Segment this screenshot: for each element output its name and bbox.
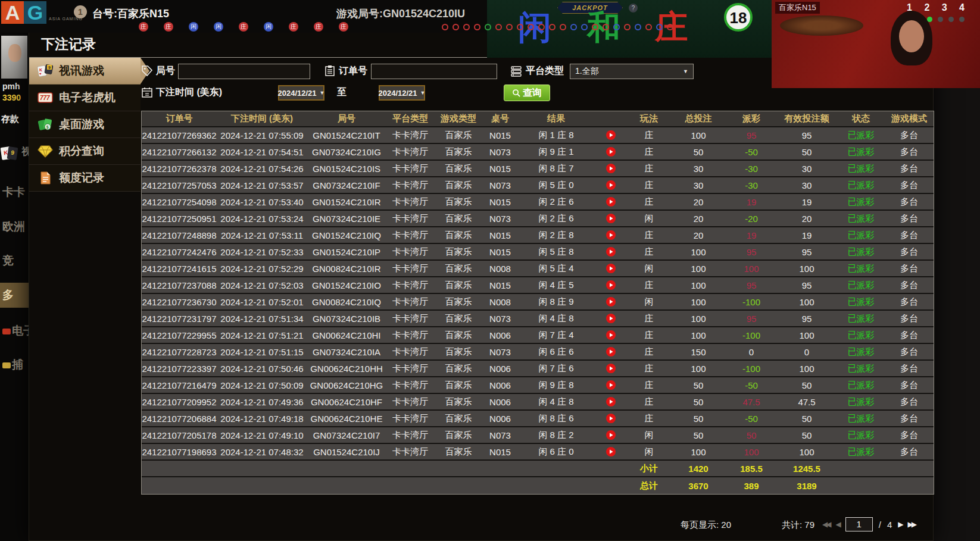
replay-play-icon[interactable]: [594, 247, 628, 257]
replay-play-icon[interactable]: [594, 447, 628, 456]
site-nav-item[interactable]: 卡卡: [2, 184, 25, 200]
road-ring: [538, 24, 545, 30]
valid-bet-cell: 50: [776, 430, 837, 440]
table-no-cell: N008: [482, 297, 518, 307]
replay-play-icon[interactable]: [594, 430, 628, 440]
card-9-icon: 9: [7, 146, 18, 160]
time-cell: 2024-12-21 07:55:09: [217, 130, 307, 140]
prev-page-icon[interactable]: ◀: [835, 520, 839, 529]
column-header: 局号: [307, 113, 386, 124]
sidebar-item-label: 电子老虎机: [59, 90, 116, 105]
payout-cell: -100: [726, 364, 776, 374]
site-nav-item[interactable]: 电子: [2, 323, 29, 339]
round-input[interactable]: [178, 64, 310, 79]
replay-play-icon[interactable]: [594, 180, 628, 190]
jackpot-help-icon[interactable]: ?: [629, 4, 638, 12]
first-page-icon[interactable]: ◀◀: [822, 520, 829, 529]
time-cell: 2024-12-21 07:54:51: [217, 147, 307, 157]
subtotal-total-bet: 1420: [670, 464, 726, 474]
replay-play-icon[interactable]: [594, 347, 628, 357]
search-button[interactable]: 查询: [504, 85, 550, 101]
status-cell: 已派彩: [837, 413, 885, 424]
total-bet-cell: 100: [670, 447, 726, 457]
column-header: 状态: [837, 113, 885, 124]
replay-play-icon[interactable]: [594, 214, 628, 223]
bead-result-badge: 庄: [164, 22, 173, 32]
slot-machine-icon: 777: [35, 92, 55, 104]
order-input[interactable]: [371, 64, 497, 79]
replay-play-icon[interactable]: [594, 397, 628, 406]
round-cell: GN01524C210IT: [307, 130, 386, 140]
replay-play-icon[interactable]: [594, 280, 628, 290]
status-cell: 已派彩: [837, 363, 885, 374]
sidebar-item-label: 额度记录: [59, 170, 104, 186]
order-cell: 241221077262378: [142, 164, 217, 174]
ag-logo-letter-g: G: [24, 1, 46, 24]
round-cell: GN01524C210IJ: [307, 447, 386, 457]
nav-item-label: 多: [2, 289, 14, 301]
total-bet-cell: 100: [670, 314, 726, 324]
order-cell: 241221077248898: [142, 230, 217, 240]
table-row: 2412210772287232024-12-21 07:51:15GN0732…: [142, 344, 934, 361]
deposit-button[interactable]: 存款: [1, 114, 19, 125]
play-type-cell: 庄: [628, 163, 670, 174]
order-cell: 241221077231797: [142, 314, 217, 324]
site-nav-item[interactable]: 多: [0, 283, 29, 308]
replay-play-icon[interactable]: [594, 414, 628, 423]
replay-play-icon[interactable]: [594, 164, 628, 173]
road-ring: [635, 24, 641, 30]
total-bet-cell: 30: [670, 164, 726, 174]
replay-play-icon[interactable]: [594, 197, 628, 207]
sidebar-item-3[interactable]: 积分查询: [29, 138, 141, 165]
replay-play-icon[interactable]: [594, 314, 628, 323]
replay-play-icon[interactable]: [594, 364, 628, 373]
replay-play-icon[interactable]: [594, 297, 628, 307]
table-row: 2412210772540982024-12-21 07:53:40GN0152…: [142, 194, 934, 211]
sidebar-item-1[interactable]: 777电子老虎机: [29, 85, 141, 111]
camera-selector[interactable]: 1 2 3 4: [907, 2, 969, 13]
date-from-picker[interactable]: 2024/12/21▼: [278, 85, 324, 101]
video-games-nav-item[interactable]: K9 视: [1, 146, 29, 160]
round-cell: GN00824C210IR: [307, 264, 386, 274]
date-to-picker[interactable]: 2024/12/21▼: [379, 85, 425, 101]
result-cell: 闲 7 庄 6: [518, 363, 594, 374]
time-cell: 2024-12-21 07:49:18: [217, 414, 307, 424]
payout-cell: 100: [726, 447, 776, 457]
game-type-cell: 百家乐: [435, 313, 482, 324]
road-ring: [667, 24, 673, 30]
replay-play-icon[interactable]: [594, 147, 628, 157]
sidebar-item-0[interactable]: K♥9视讯游戏: [29, 58, 141, 85]
last-page-icon[interactable]: ▶▶: [907, 520, 915, 529]
next-page-icon[interactable]: ▶: [898, 520, 901, 529]
total-bet-cell: 50: [670, 414, 726, 424]
site-nav-item[interactable]: 欧洲: [2, 219, 25, 234]
order-cell: 241221077241615: [142, 264, 217, 274]
platform-cell: 卡卡湾厅: [386, 246, 435, 258]
valid-bet-cell: 30: [776, 164, 837, 174]
page-number-input[interactable]: 1: [845, 517, 873, 531]
platform-select[interactable]: 1.全部 ▼: [570, 64, 694, 79]
screen: A G ASIA GAMING 1 台号:百家乐N15 游戏局号:GN01524…: [0, 0, 980, 541]
table-row: 2412210772623782024-12-21 07:54:26GN0152…: [142, 161, 934, 177]
site-nav-item[interactable]: 捕: [2, 357, 23, 373]
nav-item-label: 卡卡: [2, 186, 25, 198]
replay-play-icon[interactable]: [594, 230, 628, 240]
payout-cell: -100: [726, 330, 776, 340]
result-cell: 闲 6 庄 6: [518, 346, 594, 358]
replay-play-icon[interactable]: [594, 330, 628, 340]
sidebar-item-label: 桌面游戏: [59, 117, 104, 132]
order-cell: 241221077237088: [142, 280, 217, 290]
replay-play-icon[interactable]: [594, 264, 628, 273]
replay-play-icon[interactable]: [594, 380, 628, 390]
play-type-cell: 庄: [628, 330, 670, 341]
ag-logo[interactable]: A G ASIA GAMING: [1, 1, 83, 24]
live-video-feed: 百家乐N15 1 2 3 4: [772, 0, 980, 88]
column-header: 总投注: [670, 113, 726, 124]
road-ring: [517, 24, 523, 30]
replay-play-icon[interactable]: [594, 130, 628, 140]
table-no-cell: N015: [482, 230, 518, 240]
sidebar-item-2[interactable]: $桌面游戏: [29, 111, 141, 138]
site-nav-item[interactable]: 竞: [2, 253, 14, 268]
user-avatar[interactable]: [1, 36, 27, 79]
sidebar-item-4[interactable]: 额度记录: [29, 165, 141, 192]
